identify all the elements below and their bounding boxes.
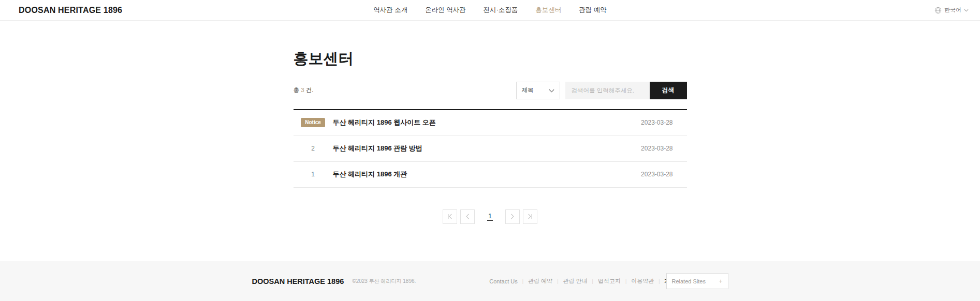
globe-icon bbox=[934, 7, 942, 14]
link-separator: | bbox=[557, 279, 558, 284]
notice-badge: Notice bbox=[301, 118, 325, 127]
last-page-icon bbox=[527, 214, 533, 219]
language-label: 한국어 bbox=[944, 6, 961, 14]
related-sites-select[interactable]: Related Sites + bbox=[666, 273, 728, 289]
board-row-notice[interactable]: Notice 두산 헤리티지 1896 웹사이트 오픈 2023-03-28 bbox=[294, 110, 687, 136]
chevron-down-icon bbox=[964, 9, 969, 12]
nav-item-pr-center[interactable]: 홍보센터 bbox=[535, 6, 561, 14]
pagination-prev-button[interactable] bbox=[460, 209, 475, 224]
search-area: 제목 검색 bbox=[516, 82, 687, 99]
total-label: 총 bbox=[294, 87, 300, 93]
nav-item-museum-intro[interactable]: 역사관 소개 bbox=[373, 6, 407, 14]
pagination-first-button[interactable] bbox=[443, 209, 457, 224]
main-content: 홍보센터 총 3 건. 제목 검색 bbox=[0, 21, 980, 261]
pagination-last-button[interactable] bbox=[523, 209, 537, 224]
site-logo[interactable]: DOOSAN HERITAGE 1896 bbox=[19, 6, 122, 15]
total-suffix: 건. bbox=[306, 87, 314, 93]
pagination: 1 bbox=[294, 209, 687, 224]
row-date: 2023-03-28 bbox=[641, 145, 686, 152]
row-date: 2023-03-28 bbox=[641, 119, 686, 126]
main-nav: 역사관 소개 온라인 역사관 전시·소장품 홍보센터 관람 예약 bbox=[373, 6, 607, 14]
link-separator: | bbox=[592, 279, 593, 284]
search-input[interactable] bbox=[565, 82, 650, 99]
total-number: 3 bbox=[301, 87, 304, 93]
footer: DOOSAN HERITAGE 1896 ©2023 두산 헤리티지 1896.… bbox=[0, 261, 980, 301]
footer-link-legal-notice[interactable]: 법적고지 bbox=[598, 277, 621, 285]
plus-icon: + bbox=[719, 278, 722, 285]
link-separator: | bbox=[522, 279, 523, 284]
nav-item-online-museum[interactable]: 온라인 역사관 bbox=[425, 6, 465, 14]
link-separator: | bbox=[625, 279, 626, 284]
chevron-right-icon bbox=[509, 214, 515, 219]
chevron-left-icon bbox=[465, 214, 471, 219]
link-separator: | bbox=[659, 279, 660, 284]
total-count: 총 3 건. bbox=[294, 86, 314, 94]
row-title-link[interactable]: 두산 헤리티지 1896 관람 방법 bbox=[333, 144, 422, 153]
search-button[interactable]: 검색 bbox=[650, 82, 687, 99]
chevron-down-icon bbox=[549, 87, 554, 94]
copyright: ©2023 두산 헤리티지 1896. bbox=[352, 278, 416, 285]
pagination-next-button[interactable] bbox=[505, 209, 520, 224]
footer-link-contact-us[interactable]: Contact Us bbox=[489, 278, 517, 284]
related-sites-label: Related Sites bbox=[672, 278, 706, 284]
row-title-link[interactable]: 두산 헤리티지 1896 개관 bbox=[333, 170, 407, 179]
row-number-cell: 2 bbox=[294, 145, 333, 152]
board-row[interactable]: 1 두산 헤리티지 1896 개관 2023-03-28 bbox=[294, 162, 687, 188]
search-category-select[interactable]: 제목 bbox=[516, 82, 560, 99]
row-title-link[interactable]: 두산 헤리티지 1896 웹사이트 오픈 bbox=[333, 118, 436, 127]
footer-link-visit-guide[interactable]: 관람 안내 bbox=[563, 277, 587, 285]
page-title: 홍보센터 bbox=[294, 50, 687, 68]
header: DOOSAN HERITAGE 1896 역사관 소개 온라인 역사관 전시·소… bbox=[0, 0, 980, 21]
footer-link-reservation[interactable]: 관람 예약 bbox=[528, 277, 552, 285]
nav-item-reservation[interactable]: 관람 예약 bbox=[579, 6, 606, 14]
first-page-icon bbox=[447, 214, 453, 219]
language-selector[interactable]: 한국어 bbox=[934, 6, 969, 14]
row-number-cell: 1 bbox=[294, 171, 333, 178]
row-number-cell: Notice bbox=[294, 118, 333, 127]
footer-logo: DOOSAN HERITAGE 1896 bbox=[252, 277, 344, 285]
board-controls: 총 3 건. 제목 검색 bbox=[294, 82, 687, 99]
row-date: 2023-03-28 bbox=[641, 171, 686, 178]
nav-item-exhibition[interactable]: 전시·소장품 bbox=[484, 6, 518, 14]
pagination-page-current[interactable]: 1 bbox=[487, 213, 493, 221]
board-row[interactable]: 2 두산 헤리티지 1896 관람 방법 2023-03-28 bbox=[294, 136, 687, 162]
search-category-value: 제목 bbox=[522, 86, 534, 94]
notice-board-list: Notice 두산 헤리티지 1896 웹사이트 오픈 2023-03-28 2… bbox=[294, 109, 687, 188]
footer-link-terms[interactable]: 이용약관 bbox=[631, 277, 654, 285]
